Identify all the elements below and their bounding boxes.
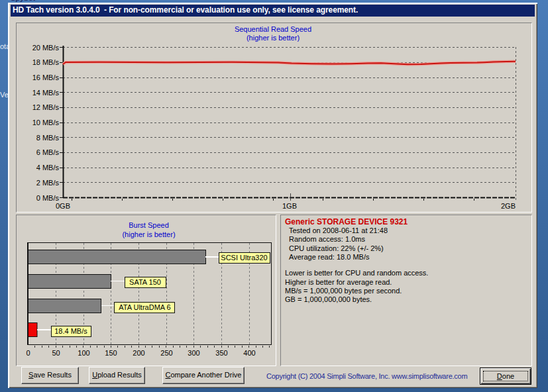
svg-text:SATA 150: SATA 150 xyxy=(129,278,161,286)
svg-text:1GB: 1GB xyxy=(282,202,297,210)
svg-text:2GB: 2GB xyxy=(501,202,516,210)
svg-text:100: 100 xyxy=(78,349,89,357)
svg-text:SCSI Ultra320: SCSI Ultra320 xyxy=(221,254,267,262)
svg-text:10 MB/s: 10 MB/s xyxy=(32,119,60,126)
svg-text:14 MB/s: 14 MB/s xyxy=(32,89,60,97)
svg-text:0GB: 0GB xyxy=(56,202,70,210)
svg-text:0 MB/s: 0 MB/s xyxy=(36,194,60,202)
svg-text:350: 350 xyxy=(215,349,227,357)
svg-text:12 MB/s: 12 MB/s xyxy=(32,103,60,111)
svg-text:50: 50 xyxy=(52,349,60,357)
svg-text:18.4 MB/s: 18.4 MB/s xyxy=(54,327,87,335)
svg-text:300: 300 xyxy=(188,349,199,357)
svg-text:150: 150 xyxy=(105,349,117,357)
svg-text:16 MB/s: 16 MB/s xyxy=(32,74,60,81)
svg-text:0: 0 xyxy=(26,349,30,357)
svg-text:6 MB/s: 6 MB/s xyxy=(36,148,60,156)
svg-text:20 MB/s: 20 MB/s xyxy=(32,44,60,52)
svg-text:(higher is better): (higher is better) xyxy=(122,230,175,238)
svg-text:Sequential Read Speed: Sequential Read Speed xyxy=(235,25,311,33)
svg-text:2 MB/s: 2 MB/s xyxy=(36,179,60,187)
svg-text:(higher is better): (higher is better) xyxy=(247,34,300,42)
svg-text:200: 200 xyxy=(133,349,144,357)
svg-text:Burst Speed: Burst Speed xyxy=(129,221,169,229)
svg-text:8 MB/s: 8 MB/s xyxy=(36,134,60,142)
svg-text:ATA UltraDMA 6: ATA UltraDMA 6 xyxy=(119,303,170,311)
svg-text:250: 250 xyxy=(160,349,172,357)
svg-text:4 MB/s: 4 MB/s xyxy=(36,164,60,172)
svg-text:400: 400 xyxy=(243,349,255,357)
svg-text:18 MB/s: 18 MB/s xyxy=(32,58,60,66)
